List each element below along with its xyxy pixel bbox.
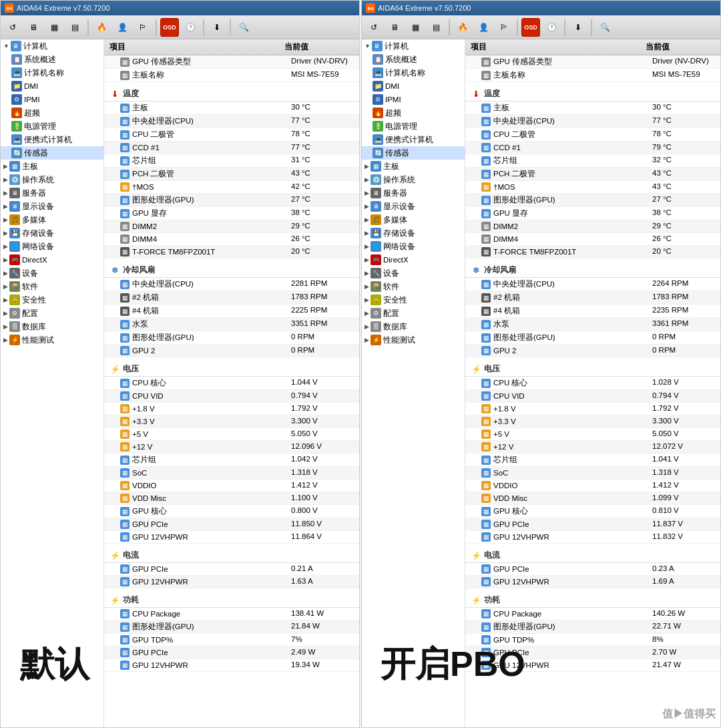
expand-arrow[interactable]: ▶ <box>365 310 369 317</box>
sidebar-item[interactable]: 📁DMI <box>1 79 103 93</box>
expand-arrow[interactable]: ▶ <box>365 203 369 210</box>
sidebar-item[interactable]: ▶🖥显示设备 <box>362 200 465 213</box>
expand-arrow[interactable]: ▶ <box>3 243 8 250</box>
sidebar-item[interactable]: ▶📦软件 <box>1 280 103 293</box>
expand-arrow[interactable]: ▶ <box>3 310 8 317</box>
sidebar-item[interactable]: 💻便携式计算机 <box>1 133 103 146</box>
expand-arrow[interactable]: ▶ <box>365 283 369 290</box>
sidebar-item[interactable]: ▶🔧设备 <box>362 266 465 280</box>
sidebar-item[interactable]: ▶🗄数据库 <box>1 320 103 333</box>
expand-arrow[interactable]: ▶ <box>3 216 8 223</box>
sidebar-item[interactable]: 🔋电源管理 <box>1 120 103 133</box>
sidebar-item[interactable]: ▶🎮DirectX <box>362 253 465 266</box>
sidebar-item[interactable]: 🔄传感器 <box>362 146 465 160</box>
expand-arrow[interactable]: ▼ <box>365 43 371 49</box>
expand-arrow[interactable]: ▶ <box>365 230 369 236</box>
expand-arrow[interactable]: ▶ <box>365 243 369 250</box>
cpu-icon[interactable]: ▦ <box>406 18 425 37</box>
sidebar-item[interactable]: ▶▦主板 <box>362 160 465 173</box>
sidebar-item[interactable]: 📋系统概述 <box>362 53 465 66</box>
cpu-icon[interactable]: ▦ <box>45 18 63 37</box>
user-icon[interactable]: 👤 <box>474 18 493 37</box>
expand-arrow[interactable]: ▶ <box>3 297 8 303</box>
sidebar-item[interactable]: ▶⚡性能测试 <box>362 333 465 347</box>
expand-arrow[interactable]: ▼ <box>3 43 9 49</box>
download-icon[interactable]: ⬇ <box>569 18 587 37</box>
sidebar-item[interactable]: ▶💾存储设备 <box>362 226 465 240</box>
expand-arrow[interactable]: ▶ <box>3 256 8 263</box>
expand-arrow[interactable]: ▶ <box>365 337 369 343</box>
sidebar-item[interactable]: ▶▦主板 <box>1 160 103 173</box>
sidebar-item[interactable]: ▶📦软件 <box>362 280 465 293</box>
computer-icon[interactable]: 🖥 <box>24 18 43 37</box>
memory-icon[interactable]: ▤ <box>65 18 84 37</box>
expand-arrow[interactable]: ▶ <box>365 323 369 330</box>
clock-icon[interactable]: 🕐 <box>181 18 200 37</box>
fire-icon[interactable]: 🔥 <box>92 18 111 37</box>
sidebar-item[interactable]: ▶🌐网络设备 <box>1 240 103 253</box>
row-label: GPU 12VHPWR <box>132 578 188 586</box>
memory-icon[interactable]: ▤ <box>427 18 445 37</box>
expand-arrow[interactable]: ▶ <box>365 190 369 196</box>
sidebar-item[interactable]: ▼🖥计算机 <box>362 39 465 53</box>
expand-arrow[interactable]: ▶ <box>365 256 369 263</box>
sidebar-item[interactable]: 🔥超频 <box>362 106 465 120</box>
sidebar-item[interactable]: ▶💾存储设备 <box>1 226 103 240</box>
sidebar-item[interactable]: ⚙IPMI <box>1 93 103 106</box>
expand-arrow[interactable]: ▶ <box>3 176 8 183</box>
flag-icon[interactable]: 🏳 <box>134 18 152 37</box>
sidebar-item[interactable]: ▶🖥服务器 <box>362 186 465 200</box>
expand-arrow[interactable]: ▶ <box>365 216 369 223</box>
sidebar-item[interactable]: ▶🌐网络设备 <box>362 240 465 253</box>
sidebar-item[interactable]: 💻便携式计算机 <box>362 133 465 146</box>
sidebar-item[interactable]: 🔄传感器 <box>1 146 103 160</box>
expand-arrow[interactable]: ▶ <box>3 270 8 277</box>
sidebar-item[interactable]: 📋系统概述 <box>1 53 103 66</box>
fire-icon[interactable]: 🔥 <box>453 18 472 37</box>
sidebar-item[interactable]: 📁DMI <box>362 79 465 93</box>
sidebar-item[interactable]: ▶🖥服务器 <box>1 186 103 200</box>
sidebar-item[interactable]: ▶🖥显示设备 <box>1 200 103 213</box>
sidebar-item[interactable]: ▶⚡性能测试 <box>1 333 103 347</box>
expand-arrow[interactable]: ▶ <box>3 163 8 170</box>
search-icon[interactable]: 🔍 <box>234 18 253 37</box>
sidebar-item[interactable]: ▶🗄数据库 <box>362 320 465 333</box>
sidebar-item[interactable]: ▶🔧设备 <box>1 266 103 280</box>
sidebar-item[interactable]: ▶💿操作系统 <box>362 173 465 186</box>
sidebar-item[interactable]: ▶🎵多媒体 <box>362 213 465 226</box>
expand-arrow[interactable]: ▶ <box>3 203 8 210</box>
sidebar-item[interactable]: 🔋电源管理 <box>362 120 465 133</box>
sidebar-item[interactable]: 💻计算机名称 <box>362 66 465 79</box>
sidebar-item[interactable]: ▶🎮DirectX <box>1 253 103 266</box>
sidebar-item[interactable]: ▶🎵多媒体 <box>1 213 103 226</box>
sidebar-item[interactable]: ▶💿操作系统 <box>1 173 103 186</box>
expand-arrow[interactable]: ▶ <box>3 323 8 330</box>
sidebar-item[interactable]: ⚙IPMI <box>362 93 465 106</box>
expand-arrow[interactable]: ▶ <box>3 230 8 236</box>
search-icon[interactable]: 🔍 <box>595 18 614 37</box>
sidebar-item[interactable]: ▶⚙配置 <box>362 307 465 320</box>
expand-arrow[interactable]: ▶ <box>3 283 8 290</box>
expand-arrow[interactable]: ▶ <box>365 297 369 303</box>
expand-arrow[interactable]: ▶ <box>3 337 8 343</box>
expand-arrow[interactable]: ▶ <box>365 163 369 170</box>
osd-button[interactable]: OSD <box>521 18 540 37</box>
sidebar-item[interactable]: 🔥超频 <box>1 106 103 120</box>
sidebar-item[interactable]: 💻计算机名称 <box>1 66 103 79</box>
sidebar-item[interactable]: ▶🔒安全性 <box>1 293 103 307</box>
sidebar-item[interactable]: ▶⚙配置 <box>1 307 103 320</box>
flag-icon[interactable]: 🏳 <box>495 18 513 37</box>
clock-icon[interactable]: 🕐 <box>542 18 561 37</box>
download-icon[interactable]: ⬇ <box>208 18 226 37</box>
computer-icon[interactable]: 🖥 <box>385 18 404 37</box>
user-icon[interactable]: 👤 <box>113 18 132 37</box>
sidebar-item[interactable]: ▶🔒安全性 <box>362 293 465 307</box>
refresh-icon[interactable]: ↺ <box>365 18 383 37</box>
expand-arrow[interactable]: ▶ <box>365 270 369 277</box>
row-name: ▦+1.8 V <box>104 403 286 415</box>
sidebar-item[interactable]: ▼🖥计算机 <box>1 39 103 53</box>
osd-button[interactable]: OSD <box>160 18 179 37</box>
refresh-icon[interactable]: ↺ <box>3 18 22 37</box>
expand-arrow[interactable]: ▶ <box>365 176 369 183</box>
expand-arrow[interactable]: ▶ <box>3 190 8 196</box>
